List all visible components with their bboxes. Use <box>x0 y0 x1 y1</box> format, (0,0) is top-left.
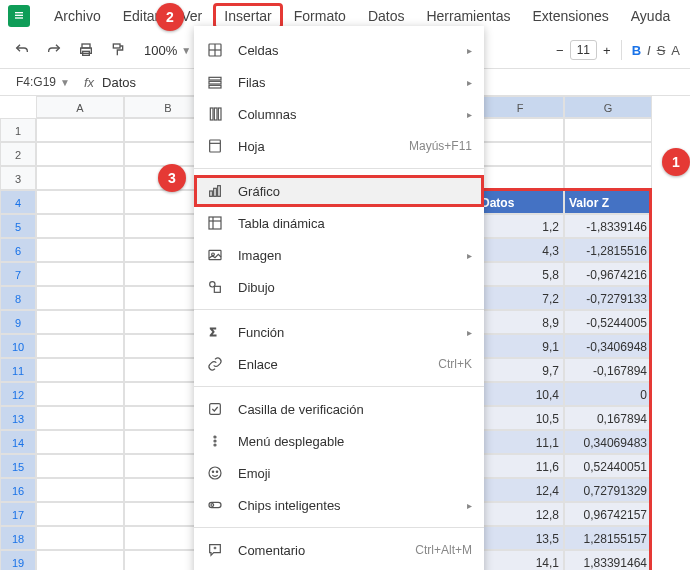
cell-A13[interactable] <box>36 406 124 430</box>
menu-item-gráfico[interactable]: Gráfico <box>194 175 484 207</box>
cell-A12[interactable] <box>36 382 124 406</box>
col-header-A[interactable]: A <box>36 96 124 118</box>
row-header-15[interactable]: 15 <box>0 454 36 478</box>
cell-A8[interactable] <box>36 286 124 310</box>
bold-button[interactable]: B <box>632 43 641 58</box>
paint-format-button[interactable] <box>106 38 130 62</box>
menu-item-celdas[interactable]: Celdas▸ <box>194 34 484 66</box>
col-header-F[interactable]: F <box>476 96 564 118</box>
italic-button[interactable]: I <box>647 43 651 58</box>
menu-item-filas[interactable]: Filas▸ <box>194 66 484 98</box>
menu-item-hoja[interactable]: HojaMayús+F11 <box>194 130 484 162</box>
menu-item-chips-inteligentes[interactable]: Chips inteligentes▸ <box>194 489 484 521</box>
name-box[interactable]: F4:G19▼ <box>10 73 76 91</box>
cell-A17[interactable] <box>36 502 124 526</box>
cell-F12[interactable]: 10,4 <box>476 382 564 406</box>
zoom-select[interactable]: 100%▼ <box>138 43 197 58</box>
cell-F15[interactable]: 11,6 <box>476 454 564 478</box>
fontsize-input[interactable]: 11 <box>570 40 597 60</box>
cell-F8[interactable]: 7,2 <box>476 286 564 310</box>
text-color-button[interactable]: A <box>671 43 680 58</box>
cell-G19[interactable]: 1,83391464 <box>564 550 652 570</box>
row-header-8[interactable]: 8 <box>0 286 36 310</box>
row-header-4[interactable]: 4 <box>0 190 36 214</box>
cell-F18[interactable]: 13,5 <box>476 526 564 550</box>
cell-G8[interactable]: -0,7279133 <box>564 286 652 310</box>
menu-formato[interactable]: Formato <box>284 4 356 28</box>
row-header-6[interactable]: 6 <box>0 238 36 262</box>
cell-A18[interactable] <box>36 526 124 550</box>
cell-F19[interactable]: 14,1 <box>476 550 564 570</box>
cell-A16[interactable] <box>36 478 124 502</box>
menu-item-menú-desplegable[interactable]: Menú desplegable <box>194 425 484 457</box>
menu-item-enlace[interactable]: EnlaceCtrl+K <box>194 348 484 380</box>
row-header-17[interactable]: 17 <box>0 502 36 526</box>
cell-A2[interactable] <box>36 142 124 166</box>
menu-herramientas[interactable]: Herramientas <box>416 4 520 28</box>
cell-A14[interactable] <box>36 430 124 454</box>
menu-item-emoji[interactable]: Emoji <box>194 457 484 489</box>
row-header-5[interactable]: 5 <box>0 214 36 238</box>
menu-insertar[interactable]: Insertar <box>214 4 281 28</box>
cell-F16[interactable]: 12,4 <box>476 478 564 502</box>
cell-G7[interactable]: -0,9674216 <box>564 262 652 286</box>
redo-button[interactable] <box>42 38 66 62</box>
undo-button[interactable] <box>10 38 34 62</box>
row-header-2[interactable]: 2 <box>0 142 36 166</box>
fontsize-plus-button[interactable]: + <box>603 43 611 58</box>
cell-A10[interactable] <box>36 334 124 358</box>
row-header-9[interactable]: 9 <box>0 310 36 334</box>
menu-archivo[interactable]: Archivo <box>44 4 111 28</box>
cell-G2[interactable] <box>564 142 652 166</box>
cell-A9[interactable] <box>36 310 124 334</box>
cell-A11[interactable] <box>36 358 124 382</box>
row-header-18[interactable]: 18 <box>0 526 36 550</box>
cell-F4[interactable]: Datos <box>476 190 564 214</box>
menu-item-comentario[interactable]: ComentarioCtrl+Alt+M <box>194 534 484 566</box>
cell-F6[interactable]: 4,3 <box>476 238 564 262</box>
cell-F2[interactable] <box>476 142 564 166</box>
cell-G9[interactable]: -0,5244005 <box>564 310 652 334</box>
cell-G18[interactable]: 1,28155157 <box>564 526 652 550</box>
cell-G10[interactable]: -0,3406948 <box>564 334 652 358</box>
row-header-3[interactable]: 3 <box>0 166 36 190</box>
row-header-19[interactable]: 19 <box>0 550 36 570</box>
menu-extensiones[interactable]: Extensiones <box>522 4 618 28</box>
cell-G12[interactable]: 0 <box>564 382 652 406</box>
cell-F7[interactable]: 5,8 <box>476 262 564 286</box>
cell-F1[interactable] <box>476 118 564 142</box>
cell-F9[interactable]: 8,9 <box>476 310 564 334</box>
cell-G4[interactable]: Valor Z <box>564 190 652 214</box>
col-header-G[interactable]: G <box>564 96 652 118</box>
menu-item-columnas[interactable]: Columnas▸ <box>194 98 484 130</box>
cell-G13[interactable]: 0,167894 <box>564 406 652 430</box>
cell-A15[interactable] <box>36 454 124 478</box>
row-header-12[interactable]: 12 <box>0 382 36 406</box>
cell-G16[interactable]: 0,72791329 <box>564 478 652 502</box>
menu-ayuda[interactable]: Ayuda <box>621 4 680 28</box>
cell-A7[interactable] <box>36 262 124 286</box>
menu-item-tabla-dinámica[interactable]: Tabla dinámica <box>194 207 484 239</box>
row-header-7[interactable]: 7 <box>0 262 36 286</box>
cell-A6[interactable] <box>36 238 124 262</box>
cell-G1[interactable] <box>564 118 652 142</box>
formula-value[interactable]: Datos <box>102 75 136 90</box>
row-header-1[interactable]: 1 <box>0 118 36 142</box>
cell-G15[interactable]: 0,52440051 <box>564 454 652 478</box>
cell-A5[interactable] <box>36 214 124 238</box>
cell-F11[interactable]: 9,7 <box>476 358 564 382</box>
cell-G14[interactable]: 0,34069483 <box>564 430 652 454</box>
menu-item-función[interactable]: ΣFunción▸ <box>194 316 484 348</box>
menu-item-imagen[interactable]: Imagen▸ <box>194 239 484 271</box>
cell-F13[interactable]: 10,5 <box>476 406 564 430</box>
cell-F14[interactable]: 11,1 <box>476 430 564 454</box>
cell-A3[interactable] <box>36 166 124 190</box>
row-header-13[interactable]: 13 <box>0 406 36 430</box>
cell-F5[interactable]: 1,2 <box>476 214 564 238</box>
menu-datos[interactable]: Datos <box>358 4 415 28</box>
print-button[interactable] <box>74 38 98 62</box>
row-header-10[interactable]: 10 <box>0 334 36 358</box>
menu-item-casilla-de-verificación[interactable]: Casilla de verificación <box>194 393 484 425</box>
cell-G6[interactable]: -1,2815516 <box>564 238 652 262</box>
row-header-11[interactable]: 11 <box>0 358 36 382</box>
